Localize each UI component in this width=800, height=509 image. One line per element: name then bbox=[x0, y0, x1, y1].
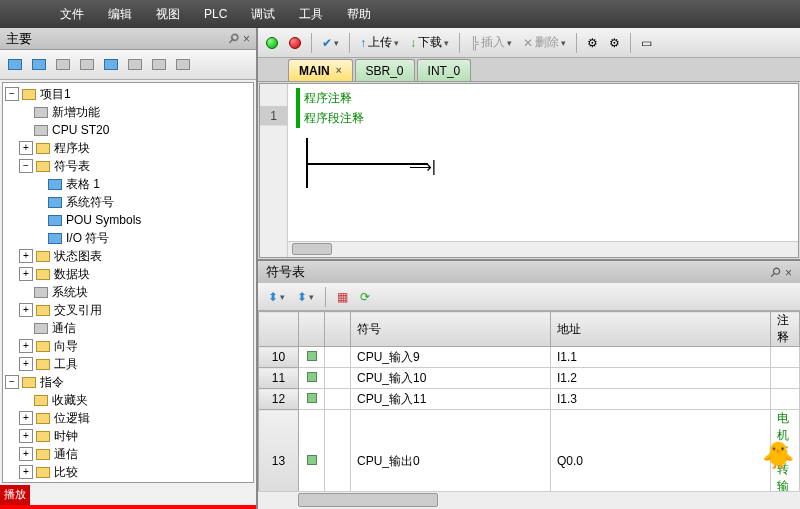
cell-comment[interactable] bbox=[771, 389, 800, 410]
cell-address[interactable]: Q0.0 bbox=[551, 410, 771, 492]
scroll-thumb[interactable] bbox=[298, 493, 438, 507]
editor-body[interactable]: 程序注释 程序段注释 ⟶| bbox=[288, 84, 798, 241]
tree-item[interactable]: 新增功能 bbox=[5, 103, 251, 121]
menu-plc[interactable]: PLC bbox=[204, 7, 227, 21]
tool-btn-8[interactable] bbox=[172, 54, 194, 76]
cell-symbol[interactable]: CPU_输入9 bbox=[351, 347, 551, 368]
tree-item[interactable]: +转换 bbox=[5, 481, 251, 483]
sym-tool-1[interactable]: ⬍▾ bbox=[264, 286, 289, 308]
tree-item[interactable]: I/O 符号 bbox=[5, 229, 251, 247]
segment-comment[interactable]: 程序段注释 bbox=[296, 108, 790, 128]
expand-icon[interactable]: + bbox=[19, 267, 33, 281]
tree-root-project[interactable]: −项目1 bbox=[5, 85, 251, 103]
cell-symbol[interactable]: CPU_输入11 bbox=[351, 389, 551, 410]
tree-item[interactable]: +状态图表 bbox=[5, 247, 251, 265]
project-tree[interactable]: −项目1 新增功能CPU ST20+程序块−符号表表格 1系统符号POU Sym… bbox=[2, 82, 254, 483]
tool-btn-2[interactable] bbox=[28, 54, 50, 76]
sym-tool-2[interactable]: ⬍▾ bbox=[293, 286, 318, 308]
tab-main[interactable]: MAIN× bbox=[288, 59, 353, 81]
table-row[interactable]: 12CPU_输入11I1.3 bbox=[259, 389, 800, 410]
expand-icon[interactable]: + bbox=[19, 357, 33, 371]
grid-hscroll[interactable] bbox=[258, 491, 800, 509]
delete-button[interactable]: ✕删除▾ bbox=[519, 32, 570, 54]
tree-item[interactable]: +数据块 bbox=[5, 265, 251, 283]
tool-btn-4[interactable] bbox=[76, 54, 98, 76]
expand-icon[interactable]: − bbox=[19, 159, 33, 173]
cell-address[interactable]: I1.1 bbox=[551, 347, 771, 368]
sym-tool-3[interactable]: ▦ bbox=[333, 286, 352, 308]
cell-comment[interactable] bbox=[771, 368, 800, 389]
tree-item[interactable]: +时钟 bbox=[5, 427, 251, 445]
tool-window[interactable]: ▭ bbox=[637, 32, 656, 54]
tree-item[interactable]: 系统符号 bbox=[5, 193, 251, 211]
collapse-icon[interactable]: − bbox=[5, 87, 19, 101]
tab-sbr0[interactable]: SBR_0 bbox=[355, 59, 415, 81]
tree-item[interactable]: +向导 bbox=[5, 337, 251, 355]
menu-tools[interactable]: 工具 bbox=[299, 6, 323, 23]
tool-btn-5[interactable] bbox=[100, 54, 122, 76]
menu-edit[interactable]: 编辑 bbox=[108, 6, 132, 23]
tool-btn-6[interactable] bbox=[124, 54, 146, 76]
symbol-grid[interactable]: 符号 地址 注释 10CPU_输入9I1.111CPU_输入10I1.212CP… bbox=[258, 311, 800, 491]
menu-debug[interactable]: 调试 bbox=[251, 6, 275, 23]
upload-button[interactable]: ↑上传▾ bbox=[356, 32, 403, 54]
tree-item[interactable]: POU Symbols bbox=[5, 211, 251, 229]
tree-item[interactable]: +交叉引用 bbox=[5, 301, 251, 319]
pin-icon[interactable]: ⚲ bbox=[226, 30, 244, 48]
menu-view[interactable]: 视图 bbox=[156, 6, 180, 23]
sym-tool-4[interactable]: ⟳ bbox=[356, 286, 374, 308]
expand-icon[interactable]: + bbox=[19, 339, 33, 353]
close-icon[interactable]: × bbox=[785, 266, 792, 280]
ladder-editor[interactable]: 1 程序注释 程序段注释 ⟶| bbox=[259, 83, 799, 258]
tool-btn-7[interactable] bbox=[148, 54, 170, 76]
expand-icon[interactable]: + bbox=[19, 141, 33, 155]
expand-icon[interactable]: + bbox=[19, 411, 33, 425]
cell-address[interactable]: I1.3 bbox=[551, 389, 771, 410]
table-row[interactable]: 10CPU_输入9I1.1 bbox=[259, 347, 800, 368]
download-button[interactable]: ↓下载▾ bbox=[406, 32, 453, 54]
expand-icon[interactable]: + bbox=[19, 429, 33, 443]
menu-file[interactable]: 文件 bbox=[60, 6, 84, 23]
cell-address[interactable]: I1.2 bbox=[551, 368, 771, 389]
col-comment[interactable]: 注释 bbox=[771, 312, 800, 347]
tool-misc-1[interactable]: ⚙ bbox=[583, 32, 602, 54]
tree-item[interactable]: 系统块 bbox=[5, 283, 251, 301]
collapse-icon[interactable]: − bbox=[5, 375, 19, 389]
tree-item[interactable]: +通信 bbox=[5, 445, 251, 463]
editor-hscroll[interactable] bbox=[288, 241, 798, 257]
tree-item[interactable]: 收藏夹 bbox=[5, 391, 251, 409]
tree-item[interactable]: 通信 bbox=[5, 319, 251, 337]
play-badge[interactable]: 播放 bbox=[0, 485, 30, 505]
table-row[interactable]: 13CPU_输出0Q0.0电机正转输出 bbox=[259, 410, 800, 492]
tree-item[interactable]: +位逻辑 bbox=[5, 409, 251, 427]
close-icon[interactable]: × bbox=[243, 32, 250, 46]
tree-root-instr[interactable]: −指令 bbox=[5, 373, 251, 391]
cell-comment[interactable] bbox=[771, 347, 800, 368]
tree-item[interactable]: +程序块 bbox=[5, 139, 251, 157]
expand-icon[interactable]: + bbox=[19, 447, 33, 461]
cell-symbol[interactable]: CPU_输出0 bbox=[351, 410, 551, 492]
run-button[interactable] bbox=[262, 32, 282, 54]
tree-item[interactable]: CPU ST20 bbox=[5, 121, 251, 139]
insert-button[interactable]: ╠插入▾ bbox=[466, 32, 516, 54]
tree-item[interactable]: +工具 bbox=[5, 355, 251, 373]
pin-icon[interactable]: ⚲ bbox=[768, 263, 786, 281]
tree-item[interactable]: 表格 1 bbox=[5, 175, 251, 193]
tree-item[interactable]: +比较 bbox=[5, 463, 251, 481]
ladder-rung[interactable]: ⟶| bbox=[306, 138, 790, 190]
tool-misc-2[interactable]: ⚙ bbox=[605, 32, 624, 54]
col-symbol[interactable]: 符号 bbox=[351, 312, 551, 347]
cell-symbol[interactable]: CPU_输入10 bbox=[351, 368, 551, 389]
program-comment[interactable]: 程序注释 bbox=[296, 88, 790, 108]
tool-btn-1[interactable] bbox=[4, 54, 26, 76]
menu-help[interactable]: 帮助 bbox=[347, 6, 371, 23]
scroll-thumb[interactable] bbox=[292, 243, 332, 255]
stop-button[interactable] bbox=[285, 32, 305, 54]
expand-icon[interactable]: + bbox=[19, 249, 33, 263]
tree-item[interactable]: −符号表 bbox=[5, 157, 251, 175]
col-address[interactable]: 地址 bbox=[551, 312, 771, 347]
expand-icon[interactable]: + bbox=[19, 303, 33, 317]
table-row[interactable]: 11CPU_输入10I1.2 bbox=[259, 368, 800, 389]
tool-btn-3[interactable] bbox=[52, 54, 74, 76]
close-icon[interactable]: × bbox=[336, 65, 342, 76]
